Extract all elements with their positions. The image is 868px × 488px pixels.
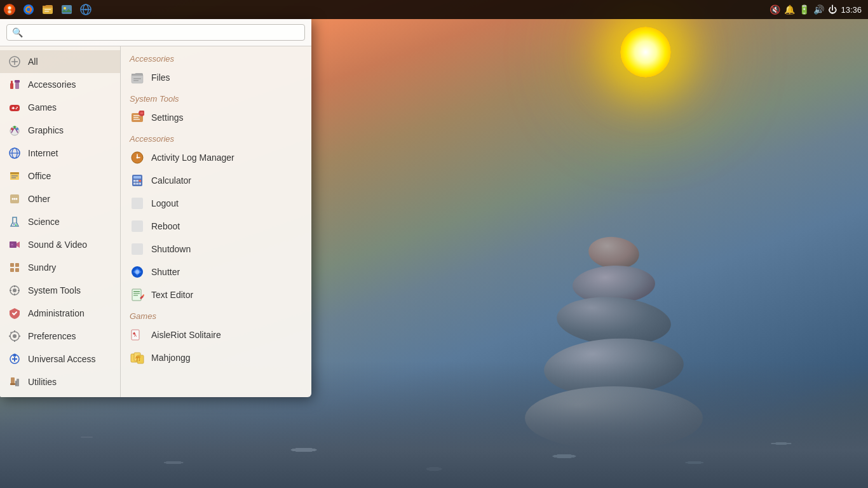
section-header-system-tools: System Tools <box>121 89 311 106</box>
firefox-button[interactable] <box>22 3 36 17</box>
svg-rect-35 <box>11 175 18 177</box>
sidebar-item-science[interactable]: Science <box>0 210 120 233</box>
universal-access-label: Universal Access <box>28 354 96 364</box>
menu-content: All Accessories <box>0 46 311 397</box>
taskbar: 🔇 🔔 🔋 🔊 ⏻ 13:36 <box>0 0 868 19</box>
volume-icon[interactable]: 🔊 <box>813 4 824 15</box>
app-item-activity-log[interactable]: Activity Log Manager <box>121 146 311 169</box>
app-item-shutter[interactable]: Shutter <box>121 261 311 283</box>
sidebar-item-office[interactable]: Office <box>0 165 120 187</box>
svg-rect-94 <box>132 243 143 255</box>
app-menu: 🔍 All <box>0 19 311 397</box>
mute-icon[interactable]: 🔇 <box>770 4 780 15</box>
games-icon <box>8 100 22 114</box>
app-item-reboot[interactable]: Reboot <box>121 215 311 238</box>
app-item-solitaire[interactable]: ♠ A AisleRiot Solitaire <box>121 323 311 346</box>
accessories-label: Accessories <box>28 79 76 90</box>
sidebar-item-administration[interactable]: Administration <box>0 302 120 325</box>
other-icon <box>8 192 22 206</box>
svg-rect-99 <box>133 291 140 292</box>
sidebar-item-utilities[interactable]: Utilities <box>0 370 120 393</box>
solitaire-icon: ♠ A <box>130 327 145 342</box>
app-item-logout[interactable]: Logout <box>121 192 311 215</box>
internet-label: Internet <box>28 148 58 158</box>
app-item-files[interactable]: Files <box>121 66 311 89</box>
system-tools-label: System Tools <box>28 285 81 295</box>
logout-label: Logout <box>151 198 179 208</box>
sundry-icon <box>8 261 22 274</box>
clock: 13:36 <box>841 5 862 15</box>
shutter-label: Shutter <box>151 267 180 277</box>
section-header-accessories-1: Accessories <box>121 49 311 66</box>
svg-rect-7 <box>44 9 51 10</box>
svg-point-32 <box>10 148 20 158</box>
svg-rect-90 <box>136 183 139 185</box>
svg-point-24 <box>16 108 17 109</box>
sidebar-item-universal-access[interactable]: Universal Access <box>0 348 120 370</box>
settings-icon <box>130 110 145 125</box>
app-item-calculator[interactable]: Calculator <box>121 169 311 192</box>
app-item-text-editor[interactable]: Text Editor <box>121 283 311 306</box>
svg-point-46 <box>11 244 13 245</box>
sidebar-item-internet[interactable]: Internet <box>0 142 120 165</box>
sidebar-item-games[interactable]: Games <box>0 96 120 119</box>
sidebar-item-graphics[interactable]: Graphics <box>0 119 120 142</box>
preferences-icon <box>8 329 22 343</box>
sidebar-item-all[interactable]: All <box>0 50 120 73</box>
svg-rect-17 <box>11 81 13 84</box>
svg-rect-74 <box>133 78 141 79</box>
app-item-shutdown[interactable]: Shutdown <box>121 238 311 261</box>
svg-rect-79 <box>133 119 140 120</box>
svg-rect-101 <box>133 295 138 296</box>
sidebar-item-preferences[interactable]: Preferences <box>0 325 120 348</box>
search-wrapper[interactable]: 🔍 <box>6 24 305 41</box>
network-button[interactable] <box>79 3 93 17</box>
accessories-icon <box>8 78 22 92</box>
gnome-logo-button[interactable] <box>3 3 17 17</box>
svg-point-42 <box>15 224 17 226</box>
svg-point-96 <box>135 270 139 274</box>
files-icon <box>130 70 145 85</box>
search-input[interactable] <box>27 27 299 37</box>
sidebar-item-system-tools[interactable]: System Tools <box>0 279 120 302</box>
science-label: Science <box>28 217 60 227</box>
svg-rect-100 <box>133 293 140 294</box>
svg-point-28 <box>13 126 16 128</box>
all-label: All <box>28 57 38 67</box>
svg-point-58 <box>13 334 17 338</box>
power-icon[interactable]: ⏻ <box>828 4 837 15</box>
svg-rect-60 <box>14 340 15 342</box>
activity-log-label: Activity Log Manager <box>151 152 234 163</box>
activity-log-icon <box>130 150 145 165</box>
image-viewer-button[interactable] <box>60 3 74 17</box>
preferences-label: Preferences <box>28 331 76 341</box>
svg-rect-48 <box>15 263 19 267</box>
battery-icon[interactable]: 🔋 <box>799 4 810 15</box>
svg-point-41 <box>13 224 15 225</box>
svg-text:竹: 竹 <box>135 355 141 362</box>
app-item-settings[interactable]: Settings <box>121 106 311 129</box>
mahjongg-label: Mahjongg <box>151 353 191 363</box>
svg-rect-87 <box>136 180 139 182</box>
utilities-label: Utilities <box>28 377 57 387</box>
sun-decoration <box>620 27 671 78</box>
universal-access-icon <box>8 352 22 366</box>
app-item-mahjongg[interactable]: 竹 Mahjongg <box>121 346 311 369</box>
files-taskbar-button[interactable] <box>41 3 55 17</box>
games-label: Games <box>28 102 57 112</box>
graphics-label: Graphics <box>28 125 64 135</box>
svg-rect-49 <box>10 268 14 272</box>
sidebar-item-sundry[interactable]: Sundry <box>0 256 120 279</box>
bell-icon[interactable]: 🔔 <box>784 4 795 15</box>
calculator-icon <box>130 173 145 188</box>
svg-rect-34 <box>10 172 19 174</box>
science-icon <box>8 215 22 229</box>
administration-label: Administration <box>28 308 85 318</box>
svg-rect-47 <box>10 263 14 267</box>
svg-rect-61 <box>9 336 11 337</box>
sidebar-item-sound-video[interactable]: Sound & Video <box>0 233 120 256</box>
sidebar-item-accessories[interactable]: Accessories <box>0 73 120 96</box>
svg-rect-18 <box>15 80 20 83</box>
reboot-icon <box>130 219 145 234</box>
sidebar-item-other[interactable]: Other <box>0 187 120 210</box>
